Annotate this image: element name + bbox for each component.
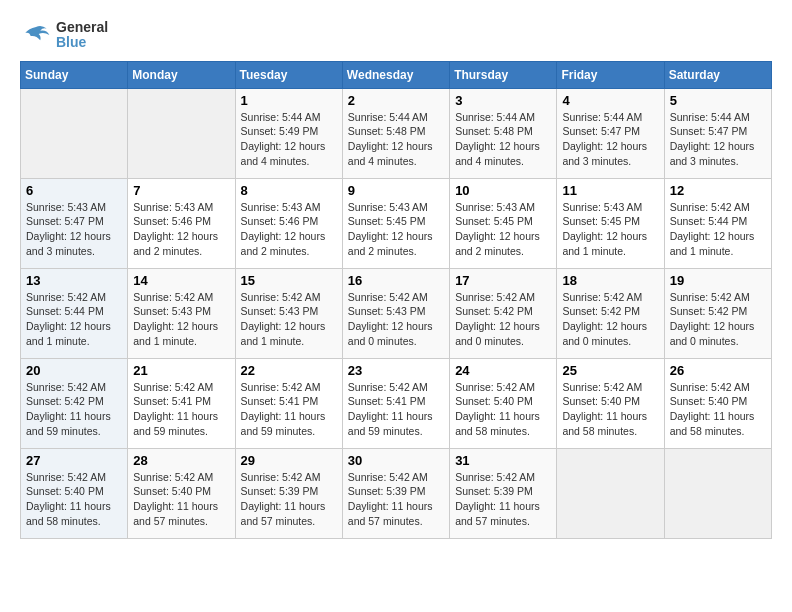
day-number: 30 xyxy=(348,453,444,468)
logo-bird-icon xyxy=(20,21,52,49)
day-info: Sunrise: 5:42 AM Sunset: 5:40 PM Dayligh… xyxy=(133,470,229,529)
day-info: Sunrise: 5:42 AM Sunset: 5:43 PM Dayligh… xyxy=(348,290,444,349)
day-number: 26 xyxy=(670,363,766,378)
calendar-cell: 20Sunrise: 5:42 AM Sunset: 5:42 PM Dayli… xyxy=(21,358,128,448)
day-number: 15 xyxy=(241,273,337,288)
day-info: Sunrise: 5:44 AM Sunset: 5:48 PM Dayligh… xyxy=(348,110,444,169)
day-number: 23 xyxy=(348,363,444,378)
calendar-cell: 5Sunrise: 5:44 AM Sunset: 5:47 PM Daylig… xyxy=(664,88,771,178)
day-number: 10 xyxy=(455,183,551,198)
weekday-header-thursday: Thursday xyxy=(450,61,557,88)
day-number: 12 xyxy=(670,183,766,198)
calendar-week-1: 1Sunrise: 5:44 AM Sunset: 5:49 PM Daylig… xyxy=(21,88,772,178)
calendar-cell: 22Sunrise: 5:42 AM Sunset: 5:41 PM Dayli… xyxy=(235,358,342,448)
weekday-header-friday: Friday xyxy=(557,61,664,88)
day-info: Sunrise: 5:42 AM Sunset: 5:42 PM Dayligh… xyxy=(26,380,122,439)
day-info: Sunrise: 5:42 AM Sunset: 5:41 PM Dayligh… xyxy=(348,380,444,439)
calendar-body: 1Sunrise: 5:44 AM Sunset: 5:49 PM Daylig… xyxy=(21,88,772,538)
day-number: 6 xyxy=(26,183,122,198)
calendar-cell: 13Sunrise: 5:42 AM Sunset: 5:44 PM Dayli… xyxy=(21,268,128,358)
calendar-cell: 2Sunrise: 5:44 AM Sunset: 5:48 PM Daylig… xyxy=(342,88,449,178)
day-info: Sunrise: 5:42 AM Sunset: 5:42 PM Dayligh… xyxy=(670,290,766,349)
day-number: 25 xyxy=(562,363,658,378)
day-number: 27 xyxy=(26,453,122,468)
calendar-cell: 17Sunrise: 5:42 AM Sunset: 5:42 PM Dayli… xyxy=(450,268,557,358)
calendar-cell: 21Sunrise: 5:42 AM Sunset: 5:41 PM Dayli… xyxy=(128,358,235,448)
calendar-cell: 10Sunrise: 5:43 AM Sunset: 5:45 PM Dayli… xyxy=(450,178,557,268)
day-number: 28 xyxy=(133,453,229,468)
day-info: Sunrise: 5:42 AM Sunset: 5:39 PM Dayligh… xyxy=(455,470,551,529)
calendar-cell: 7Sunrise: 5:43 AM Sunset: 5:46 PM Daylig… xyxy=(128,178,235,268)
day-info: Sunrise: 5:42 AM Sunset: 5:40 PM Dayligh… xyxy=(670,380,766,439)
day-info: Sunrise: 5:42 AM Sunset: 5:41 PM Dayligh… xyxy=(133,380,229,439)
calendar-cell: 9Sunrise: 5:43 AM Sunset: 5:45 PM Daylig… xyxy=(342,178,449,268)
day-number: 31 xyxy=(455,453,551,468)
day-info: Sunrise: 5:42 AM Sunset: 5:42 PM Dayligh… xyxy=(455,290,551,349)
day-number: 2 xyxy=(348,93,444,108)
day-info: Sunrise: 5:44 AM Sunset: 5:48 PM Dayligh… xyxy=(455,110,551,169)
day-info: Sunrise: 5:44 AM Sunset: 5:47 PM Dayligh… xyxy=(562,110,658,169)
calendar-week-4: 20Sunrise: 5:42 AM Sunset: 5:42 PM Dayli… xyxy=(21,358,772,448)
calendar-cell: 6Sunrise: 5:43 AM Sunset: 5:47 PM Daylig… xyxy=(21,178,128,268)
day-info: Sunrise: 5:43 AM Sunset: 5:46 PM Dayligh… xyxy=(133,200,229,259)
calendar-cell: 28Sunrise: 5:42 AM Sunset: 5:40 PM Dayli… xyxy=(128,448,235,538)
day-number: 17 xyxy=(455,273,551,288)
day-info: Sunrise: 5:42 AM Sunset: 5:41 PM Dayligh… xyxy=(241,380,337,439)
day-number: 13 xyxy=(26,273,122,288)
weekday-header-wednesday: Wednesday xyxy=(342,61,449,88)
calendar-cell: 3Sunrise: 5:44 AM Sunset: 5:48 PM Daylig… xyxy=(450,88,557,178)
day-number: 11 xyxy=(562,183,658,198)
day-number: 18 xyxy=(562,273,658,288)
day-info: Sunrise: 5:42 AM Sunset: 5:39 PM Dayligh… xyxy=(241,470,337,529)
calendar-week-3: 13Sunrise: 5:42 AM Sunset: 5:44 PM Dayli… xyxy=(21,268,772,358)
day-number: 3 xyxy=(455,93,551,108)
weekday-header-saturday: Saturday xyxy=(664,61,771,88)
day-info: Sunrise: 5:42 AM Sunset: 5:43 PM Dayligh… xyxy=(241,290,337,349)
day-info: Sunrise: 5:42 AM Sunset: 5:44 PM Dayligh… xyxy=(26,290,122,349)
calendar-cell: 18Sunrise: 5:42 AM Sunset: 5:42 PM Dayli… xyxy=(557,268,664,358)
day-info: Sunrise: 5:42 AM Sunset: 5:40 PM Dayligh… xyxy=(26,470,122,529)
calendar-cell: 31Sunrise: 5:42 AM Sunset: 5:39 PM Dayli… xyxy=(450,448,557,538)
day-number: 8 xyxy=(241,183,337,198)
calendar-week-2: 6Sunrise: 5:43 AM Sunset: 5:47 PM Daylig… xyxy=(21,178,772,268)
calendar-cell: 27Sunrise: 5:42 AM Sunset: 5:40 PM Dayli… xyxy=(21,448,128,538)
calendar-cell: 24Sunrise: 5:42 AM Sunset: 5:40 PM Dayli… xyxy=(450,358,557,448)
day-info: Sunrise: 5:43 AM Sunset: 5:47 PM Dayligh… xyxy=(26,200,122,259)
calendar-cell xyxy=(557,448,664,538)
calendar-cell: 23Sunrise: 5:42 AM Sunset: 5:41 PM Dayli… xyxy=(342,358,449,448)
weekday-header-row: SundayMondayTuesdayWednesdayThursdayFrid… xyxy=(21,61,772,88)
day-info: Sunrise: 5:42 AM Sunset: 5:39 PM Dayligh… xyxy=(348,470,444,529)
day-number: 14 xyxy=(133,273,229,288)
calendar-cell: 14Sunrise: 5:42 AM Sunset: 5:43 PM Dayli… xyxy=(128,268,235,358)
weekday-header-monday: Monday xyxy=(128,61,235,88)
calendar-cell: 15Sunrise: 5:42 AM Sunset: 5:43 PM Dayli… xyxy=(235,268,342,358)
day-number: 7 xyxy=(133,183,229,198)
logo: General Blue xyxy=(20,20,108,51)
day-info: Sunrise: 5:42 AM Sunset: 5:40 PM Dayligh… xyxy=(562,380,658,439)
day-number: 29 xyxy=(241,453,337,468)
day-info: Sunrise: 5:44 AM Sunset: 5:47 PM Dayligh… xyxy=(670,110,766,169)
calendar-cell: 4Sunrise: 5:44 AM Sunset: 5:47 PM Daylig… xyxy=(557,88,664,178)
day-info: Sunrise: 5:42 AM Sunset: 5:43 PM Dayligh… xyxy=(133,290,229,349)
day-number: 4 xyxy=(562,93,658,108)
day-info: Sunrise: 5:43 AM Sunset: 5:45 PM Dayligh… xyxy=(348,200,444,259)
calendar-cell: 19Sunrise: 5:42 AM Sunset: 5:42 PM Dayli… xyxy=(664,268,771,358)
day-number: 16 xyxy=(348,273,444,288)
calendar-cell: 8Sunrise: 5:43 AM Sunset: 5:46 PM Daylig… xyxy=(235,178,342,268)
day-info: Sunrise: 5:43 AM Sunset: 5:45 PM Dayligh… xyxy=(455,200,551,259)
day-number: 20 xyxy=(26,363,122,378)
calendar-cell: 11Sunrise: 5:43 AM Sunset: 5:45 PM Dayli… xyxy=(557,178,664,268)
day-number: 24 xyxy=(455,363,551,378)
day-info: Sunrise: 5:42 AM Sunset: 5:44 PM Dayligh… xyxy=(670,200,766,259)
day-info: Sunrise: 5:44 AM Sunset: 5:49 PM Dayligh… xyxy=(241,110,337,169)
calendar-cell xyxy=(21,88,128,178)
day-number: 22 xyxy=(241,363,337,378)
day-info: Sunrise: 5:43 AM Sunset: 5:45 PM Dayligh… xyxy=(562,200,658,259)
calendar-cell: 25Sunrise: 5:42 AM Sunset: 5:40 PM Dayli… xyxy=(557,358,664,448)
day-number: 1 xyxy=(241,93,337,108)
day-info: Sunrise: 5:42 AM Sunset: 5:40 PM Dayligh… xyxy=(455,380,551,439)
calendar-cell: 1Sunrise: 5:44 AM Sunset: 5:49 PM Daylig… xyxy=(235,88,342,178)
calendar-cell: 26Sunrise: 5:42 AM Sunset: 5:40 PM Dayli… xyxy=(664,358,771,448)
calendar-cell xyxy=(128,88,235,178)
day-info: Sunrise: 5:43 AM Sunset: 5:46 PM Dayligh… xyxy=(241,200,337,259)
